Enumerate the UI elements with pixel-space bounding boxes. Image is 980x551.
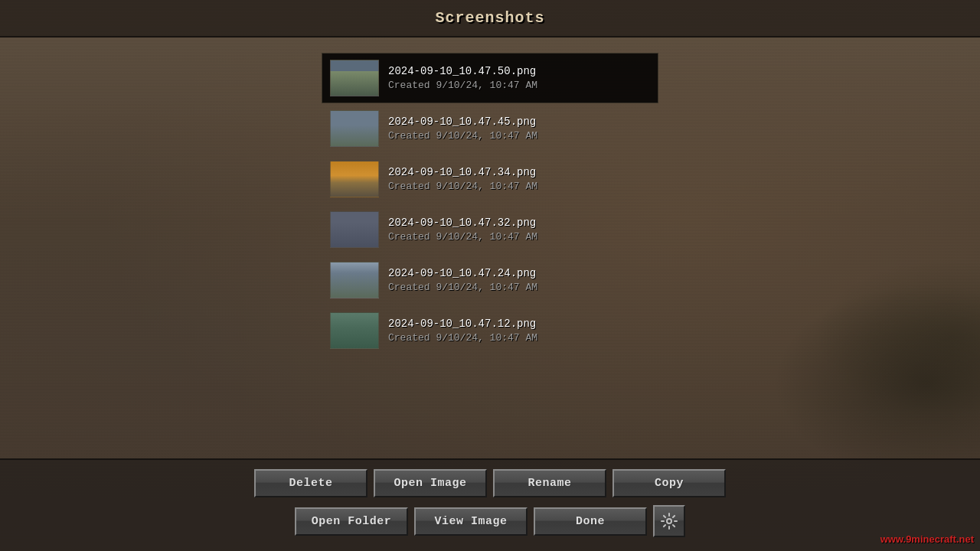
screenshot-item[interactable]: 2024-09-10_10.47.50.png Created 9/10/24,…	[322, 53, 658, 103]
done-button[interactable]: Done	[534, 507, 647, 536]
screenshot-thumbnail	[330, 262, 379, 298]
button-row-2: Open Folder View Image Done	[295, 505, 685, 537]
screenshot-date: Created 9/10/24, 10:47 AM	[388, 332, 537, 344]
screenshot-thumbnail	[330, 161, 379, 197]
open-folder-button[interactable]: Open Folder	[295, 507, 408, 536]
screenshot-name: 2024-09-10_10.47.24.png	[388, 267, 537, 279]
screenshot-info: 2024-09-10_10.47.45.png Created 9/10/24,…	[388, 116, 537, 142]
settings-icon	[660, 512, 678, 530]
screenshot-date: Created 9/10/24, 10:47 AM	[388, 80, 537, 91]
screenshot-date: Created 9/10/24, 10:47 AM	[388, 231, 537, 243]
top-bar: Screenshots	[0, 0, 980, 37]
button-row-1: Delete Open Image Rename Copy	[254, 469, 726, 497]
bottom-bar: Delete Open Image Rename Copy Open Folde…	[0, 458, 980, 551]
view-image-button[interactable]: View Image	[414, 507, 528, 536]
screenshot-item[interactable]: 2024-09-10_10.47.34.png Created 9/10/24,…	[322, 154, 658, 204]
rename-button[interactable]: Rename	[493, 469, 606, 497]
screenshot-info: 2024-09-10_10.47.12.png Created 9/10/24,…	[388, 318, 537, 344]
page-title: Screenshots	[435, 9, 544, 27]
watermark: www.9minecraft.net	[880, 533, 974, 545]
screenshot-thumbnail	[330, 211, 379, 248]
main-container: Screenshots 2024-09-10_10.47.50.png Crea…	[0, 0, 980, 551]
screenshot-item[interactable]: 2024-09-10_10.47.12.png Created 9/10/24,…	[322, 305, 658, 356]
screenshot-name: 2024-09-10_10.47.34.png	[388, 166, 537, 178]
screenshot-date: Created 9/10/24, 10:47 AM	[388, 130, 537, 142]
screenshot-info: 2024-09-10_10.47.24.png Created 9/10/24,…	[388, 267, 537, 293]
open-image-button[interactable]: Open Image	[374, 469, 487, 497]
screenshot-name: 2024-09-10_10.47.45.png	[388, 116, 537, 128]
screenshot-item[interactable]: 2024-09-10_10.47.32.png Created 9/10/24,…	[322, 204, 658, 255]
screenshot-thumbnail	[330, 110, 379, 147]
screenshot-info: 2024-09-10_10.47.50.png Created 9/10/24,…	[388, 65, 537, 91]
screenshot-item[interactable]: 2024-09-10_10.47.24.png Created 9/10/24,…	[322, 255, 658, 305]
screenshot-info: 2024-09-10_10.47.34.png Created 9/10/24,…	[388, 166, 537, 192]
screenshot-item[interactable]: 2024-09-10_10.47.45.png Created 9/10/24,…	[322, 103, 658, 154]
screenshot-thumbnail	[330, 60, 379, 96]
screenshot-name: 2024-09-10_10.47.32.png	[388, 217, 537, 229]
screenshot-date: Created 9/10/24, 10:47 AM	[388, 181, 537, 192]
settings-icon-button[interactable]	[653, 505, 685, 537]
screenshot-date: Created 9/10/24, 10:47 AM	[388, 282, 537, 293]
copy-button[interactable]: Copy	[612, 469, 726, 497]
screenshot-name: 2024-09-10_10.47.50.png	[388, 65, 537, 77]
delete-button[interactable]: Delete	[254, 469, 368, 497]
screenshot-list: 2024-09-10_10.47.50.png Created 9/10/24,…	[322, 53, 658, 356]
svg-point-0	[667, 519, 671, 523]
screenshot-thumbnail	[330, 312, 379, 349]
main-content: 2024-09-10_10.47.50.png Created 9/10/24,…	[0, 37, 980, 458]
screenshot-name: 2024-09-10_10.47.12.png	[388, 318, 537, 330]
screenshot-info: 2024-09-10_10.47.32.png Created 9/10/24,…	[388, 217, 537, 243]
